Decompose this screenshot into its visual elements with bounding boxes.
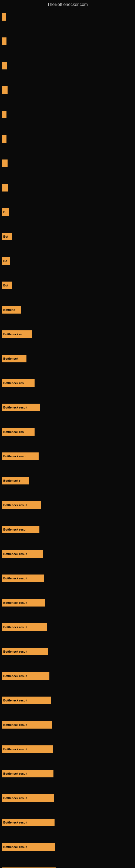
bar-row bbox=[2, 183, 133, 207]
bar-row: Bottleneck result bbox=[2, 403, 133, 427]
result-bar bbox=[2, 159, 8, 167]
bar-row: Bottleneck result bbox=[2, 500, 133, 525]
result-bar: Bot bbox=[2, 233, 12, 240]
result-bar: Bottleneck result bbox=[2, 843, 55, 850]
result-bar: Bottleneck res bbox=[2, 428, 35, 436]
result-bar: Bottleneck resul bbox=[2, 526, 39, 533]
result-bar bbox=[2, 111, 6, 118]
result-bar: Bottleneck result bbox=[2, 818, 54, 826]
bar-row: Bottleneck res bbox=[2, 378, 133, 403]
result-bar: Bottleneck result bbox=[2, 745, 53, 753]
bar-row bbox=[2, 158, 133, 183]
result-bar bbox=[2, 86, 8, 94]
result-bar: Bo bbox=[2, 257, 10, 265]
bar-row: Bottleneck result bbox=[2, 598, 133, 622]
result-bar: Bot bbox=[2, 282, 12, 289]
bar-row: Bot bbox=[2, 231, 133, 256]
bar-row bbox=[2, 61, 133, 85]
result-bar: Bottleneck result bbox=[2, 501, 41, 509]
result-bar bbox=[2, 13, 6, 21]
bar-row bbox=[2, 85, 133, 110]
bar-row: Bottleneck r bbox=[2, 476, 133, 500]
bar-row: Bottleneck bbox=[2, 354, 133, 378]
result-bar bbox=[2, 62, 7, 69]
result-bar: Bottleneck result bbox=[2, 404, 40, 411]
bar-row: Bottleneck result bbox=[2, 647, 133, 671]
result-bar: Bottleneck result bbox=[2, 623, 47, 631]
bar-row: Bottleneck result bbox=[2, 671, 133, 695]
result-bar: Bottleneck result bbox=[2, 648, 48, 655]
bar-row bbox=[2, 134, 133, 158]
bar-row: Bottleneck result bbox=[2, 817, 133, 842]
result-bar: B bbox=[2, 208, 9, 216]
bar-row: Bo bbox=[2, 256, 133, 280]
bar-row bbox=[2, 12, 133, 36]
result-bar: Bottleneck result bbox=[2, 794, 54, 802]
bar-row: Bottleneck re bbox=[2, 329, 133, 354]
bar-row: Bottleneck result bbox=[2, 695, 133, 720]
bar-row bbox=[2, 110, 133, 134]
bar-row: Bottleneck resul bbox=[2, 452, 133, 476]
result-bar bbox=[2, 184, 8, 191]
result-bar: Bottleneck result bbox=[2, 696, 51, 704]
result-bar: Bottleneck result bbox=[2, 721, 52, 728]
bar-row bbox=[2, 36, 133, 61]
result-bar: Bottleneck res bbox=[2, 379, 35, 387]
bar-row: Bottleneck res bbox=[2, 427, 133, 452]
bar-row: Bottleneck result bbox=[2, 793, 133, 817]
result-bar: Bottleneck result bbox=[2, 770, 53, 777]
bar-row: B bbox=[2, 207, 133, 231]
result-bar bbox=[2, 135, 6, 143]
result-bar bbox=[2, 37, 6, 45]
result-bar: Bottleneck result bbox=[2, 550, 43, 558]
bar-row: Bottleneck result bbox=[2, 549, 133, 574]
bar-row: Bottleneck result bbox=[2, 744, 133, 769]
bar-row: Bottleneck result bbox=[2, 720, 133, 744]
result-bar: Bottleneck resul bbox=[2, 453, 39, 460]
bar-row: Bottleneck result bbox=[2, 842, 133, 866]
bar-row: Bot bbox=[2, 280, 133, 305]
result-bar: Bottleneck result bbox=[2, 672, 49, 680]
bar-row: Bottleneck resul bbox=[2, 525, 133, 549]
result-bar: Bottleneck re bbox=[2, 330, 32, 338]
bar-row: Bottleneck result bbox=[2, 769, 133, 793]
result-bar: Bottlene bbox=[2, 306, 21, 314]
result-bar: Bottleneck r bbox=[2, 477, 29, 485]
result-bar: Bottleneck bbox=[2, 355, 27, 362]
result-bar: Bottleneck result bbox=[2, 599, 45, 607]
result-bar: Bottleneck result bbox=[2, 575, 44, 582]
site-title: TheBottlenecker.com bbox=[0, 0, 135, 9]
bar-row: Bottleneck result bbox=[2, 866, 133, 868]
bar-row: Bottleneck result bbox=[2, 574, 133, 598]
bar-row: Bottlene bbox=[2, 305, 133, 329]
bar-row: Bottleneck result bbox=[2, 622, 133, 647]
